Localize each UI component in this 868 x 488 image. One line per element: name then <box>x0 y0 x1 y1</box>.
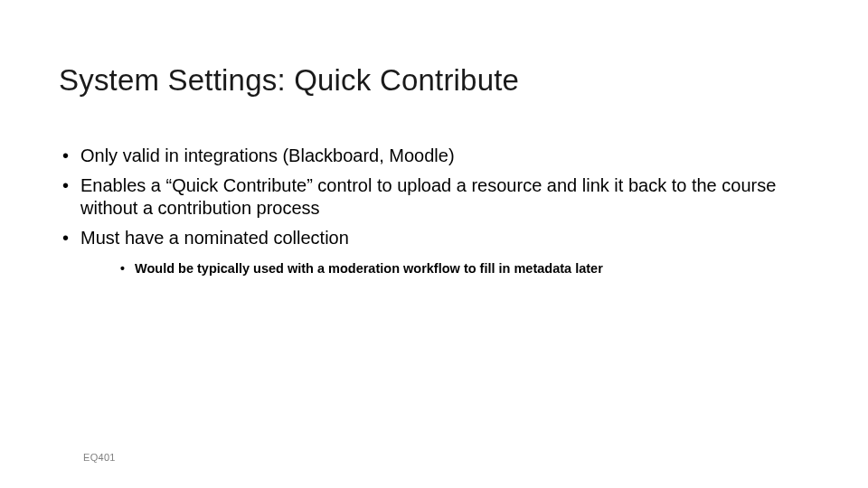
sub-bullet-list: Would be typically used with a moderatio… <box>80 260 809 277</box>
slide-content: System Settings: Quick Contribute Only v… <box>0 0 868 277</box>
bullet-list: Only valid in integrations (Blackboard, … <box>59 145 809 277</box>
bullet-text: Must have a nominated collection <box>80 228 349 248</box>
slide-footer: EQ401 <box>83 452 116 463</box>
bullet-item: Must have a nominated collection Would b… <box>59 227 809 277</box>
slide-title: System Settings: Quick Contribute <box>59 63 809 98</box>
sub-bullet-item: Would be typically used with a moderatio… <box>117 260 809 277</box>
bullet-item: Only valid in integrations (Blackboard, … <box>59 145 809 167</box>
bullet-item: Enables a “Quick Contribute” control to … <box>59 174 809 220</box>
